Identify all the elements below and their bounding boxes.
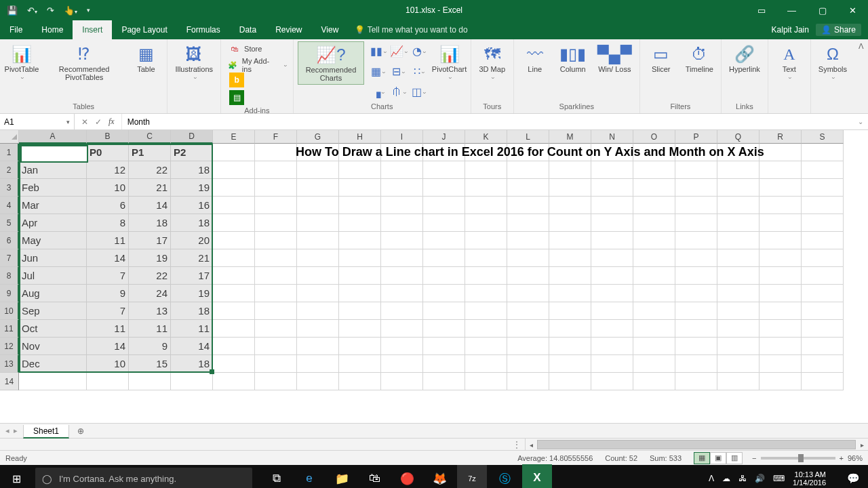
cell[interactable]: [591, 302, 633, 320]
cell[interactable]: [339, 267, 381, 285]
cell[interactable]: Dec: [19, 355, 87, 373]
cell[interactable]: [297, 197, 339, 214]
cell[interactable]: [549, 214, 591, 232]
cell[interactable]: 17: [129, 232, 171, 249]
cell[interactable]: 7: [87, 302, 129, 320]
column-header[interactable]: G: [297, 130, 339, 144]
ribbon-options-icon[interactable]: ▭: [746, 0, 776, 20]
table-button[interactable]: ▦Table: [129, 41, 163, 75]
cell[interactable]: [760, 144, 802, 161]
cell[interactable]: Feb: [19, 179, 87, 197]
cell[interactable]: [465, 373, 507, 390]
cell[interactable]: [423, 285, 465, 302]
cell[interactable]: [297, 285, 339, 302]
cell[interactable]: Apr: [19, 214, 87, 232]
cell[interactable]: [675, 373, 717, 390]
cell[interactable]: [675, 338, 717, 355]
enter-formula-icon[interactable]: ✓: [95, 117, 102, 127]
cell[interactable]: [381, 320, 423, 338]
scroll-track[interactable]: [537, 439, 856, 450]
cell[interactable]: [633, 267, 675, 285]
cell[interactable]: [717, 320, 760, 338]
cell[interactable]: [675, 161, 717, 179]
cell[interactable]: [633, 161, 675, 179]
cell[interactable]: [465, 285, 507, 302]
cell[interactable]: [465, 355, 507, 373]
cell[interactable]: 24: [129, 285, 171, 302]
cell[interactable]: [423, 214, 465, 232]
cell[interactable]: [549, 285, 591, 302]
cell[interactable]: [171, 373, 213, 390]
row-header[interactable]: 8: [0, 267, 19, 285]
save-icon[interactable]: 💾: [7, 5, 18, 16]
insert-function-icon[interactable]: fx: [108, 117, 115, 127]
cell[interactable]: [507, 373, 549, 390]
cell[interactable]: [591, 161, 633, 179]
cell[interactable]: [339, 161, 381, 179]
tab-view[interactable]: View: [312, 20, 349, 39]
cell[interactable]: [465, 197, 507, 214]
combo-chart-icon[interactable]: ⫛: [389, 82, 408, 101]
cell[interactable]: [802, 373, 844, 390]
slicer-button[interactable]: ▭Slicer: [644, 41, 678, 75]
cell[interactable]: Oct: [19, 320, 87, 338]
pivottable-button[interactable]: 📊PivotTable: [4, 41, 39, 83]
cell[interactable]: [507, 214, 549, 232]
cell[interactable]: [423, 373, 465, 390]
cell[interactable]: [760, 267, 802, 285]
cell[interactable]: [507, 232, 549, 249]
store-icon[interactable]: 🛍: [359, 465, 389, 488]
collapse-ribbon-icon[interactable]: ᐱ: [854, 39, 868, 113]
bing-maps-icon[interactable]: b: [229, 73, 244, 87]
cell[interactable]: [760, 302, 802, 320]
cell[interactable]: [381, 179, 423, 197]
cell[interactable]: Jun: [19, 249, 87, 267]
scatter-chart-icon[interactable]: ∷: [409, 62, 428, 81]
cell[interactable]: [591, 249, 633, 267]
cell[interactable]: [339, 214, 381, 232]
cell[interactable]: [297, 338, 339, 355]
cell[interactable]: [381, 214, 423, 232]
my-addins-button[interactable]: 🧩My Add-ins: [225, 58, 289, 73]
edge-icon[interactable]: e: [294, 465, 324, 488]
cell[interactable]: 10: [87, 355, 129, 373]
cell[interactable]: [465, 232, 507, 249]
cell[interactable]: [465, 338, 507, 355]
expand-formula-bar-icon[interactable]: ⌄: [853, 114, 868, 129]
cell[interactable]: [423, 179, 465, 197]
cell[interactable]: [381, 285, 423, 302]
tab-insert[interactable]: Insert: [73, 20, 112, 39]
cell[interactable]: [591, 267, 633, 285]
cell[interactable]: [507, 320, 549, 338]
cell[interactable]: [717, 161, 760, 179]
timeline-button[interactable]: ⏱Timeline: [682, 41, 717, 75]
column-header[interactable]: N: [591, 130, 633, 144]
zoom-in-icon[interactable]: +: [840, 454, 844, 462]
cell[interactable]: 7: [87, 267, 129, 285]
statistic-chart-icon[interactable]: ⊟: [389, 62, 408, 81]
cell[interactable]: 6: [87, 197, 129, 214]
column-header[interactable]: F: [255, 130, 297, 144]
cell[interactable]: [213, 214, 255, 232]
language-icon[interactable]: ⌨: [773, 474, 785, 483]
cell[interactable]: [255, 338, 297, 355]
cell[interactable]: [675, 249, 717, 267]
column-header[interactable]: K: [465, 130, 507, 144]
cell[interactable]: P2: [171, 144, 213, 161]
tab-file[interactable]: File: [0, 20, 32, 39]
qat-customize-icon[interactable]: ▾: [87, 7, 90, 14]
cell[interactable]: [381, 249, 423, 267]
cell[interactable]: [802, 232, 844, 249]
cell[interactable]: [423, 161, 465, 179]
network-icon[interactable]: 🖧: [738, 474, 747, 483]
cell[interactable]: 22: [129, 161, 171, 179]
column-header[interactable]: D: [171, 130, 213, 144]
name-box[interactable]: A1▾: [0, 114, 75, 129]
row-header[interactable]: 14: [0, 373, 19, 390]
undo-icon[interactable]: ↶▾: [27, 5, 37, 16]
view-page-layout-icon[interactable]: ▣: [710, 452, 726, 464]
cell[interactable]: May: [19, 232, 87, 249]
column-header[interactable]: C: [129, 130, 171, 144]
cell[interactable]: 21: [171, 249, 213, 267]
cell[interactable]: [633, 373, 675, 390]
